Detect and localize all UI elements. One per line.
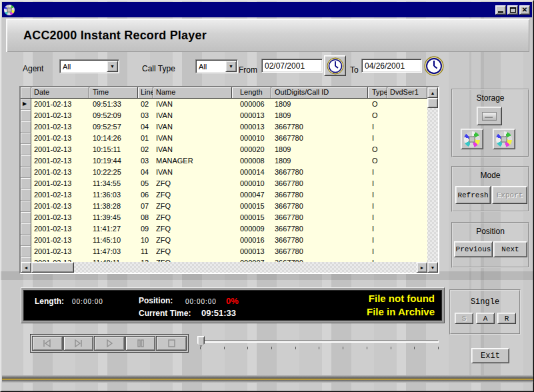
horizontal-scroll-thumb[interactable] (31, 262, 74, 273)
from-date-input[interactable]: 02/07/2001 (261, 59, 323, 73)
row-selector[interactable] (21, 235, 31, 246)
slider-thumb[interactable] (197, 336, 205, 347)
to-date-input[interactable]: 04/26/2001 (361, 59, 422, 73)
scroll-down-icon[interactable]: ▼ (427, 262, 438, 273)
row-selector[interactable] (21, 189, 31, 201)
row-selector[interactable] (21, 257, 31, 262)
titlebar[interactable]: ✕ (2, 2, 532, 17)
row-selector[interactable] (21, 246, 31, 257)
current-row-indicator[interactable]: ▶ (21, 99, 31, 110)
previous-track-button[interactable] (32, 336, 63, 351)
row-selector[interactable] (21, 155, 31, 167)
column-header-time[interactable]: Time (89, 87, 138, 99)
table-row[interactable]: 2001-02-1310:19:4403MANAGER0000081809O (21, 155, 427, 167)
single-s-button[interactable]: S (455, 313, 473, 324)
table-row[interactable]: 2001-02-1311:39:4508ZFQ0000153667780I (21, 212, 427, 223)
cell (387, 223, 427, 235)
stop-button[interactable] (156, 336, 187, 351)
table-row[interactable]: 2001-02-1309:52:0903IVAN0000131809O (21, 110, 427, 121)
row-selector[interactable] (21, 178, 31, 189)
cell: 3667780 (271, 133, 368, 144)
close-button[interactable]: ✕ (519, 5, 530, 15)
scroll-up-icon[interactable]: ▲ (427, 87, 438, 98)
column-header-outdigits-call-id[interactable]: OutDigits/Call ID (271, 87, 368, 99)
horizontal-scroll-track[interactable] (74, 262, 417, 273)
cell: 000007 (232, 257, 271, 262)
slider-track[interactable] (200, 340, 439, 343)
row-selector[interactable] (21, 223, 31, 235)
cell: 07 (138, 201, 153, 212)
horizontal-scrollbar[interactable]: ◄ ► (21, 262, 427, 273)
next-button[interactable]: Next (493, 241, 527, 257)
cell: 10 (138, 235, 153, 246)
cell: 000008 (232, 155, 271, 167)
maximize-button[interactable] (507, 5, 518, 15)
row-selector[interactable] (21, 110, 31, 121)
call-type-combo[interactable]: All ▼ (195, 59, 238, 73)
single-a-button[interactable]: A (476, 313, 495, 324)
row-selector[interactable] (21, 121, 31, 133)
single-r-button[interactable]: R (497, 313, 516, 324)
table-row[interactable]: 2001-02-1311:45:1010ZFQ0000163667780I (21, 235, 427, 246)
storage-cd1-button[interactable] (461, 129, 483, 149)
stop-icon (165, 339, 178, 348)
mode-panel: Mode Refresh Export (451, 166, 529, 212)
table-row[interactable]: 2001-02-1311:41:2709ZFQ0000093667780I (21, 223, 427, 235)
column-header-name[interactable]: Name (153, 87, 232, 99)
seek-slider[interactable] (196, 335, 441, 350)
column-header-type[interactable]: Type (368, 87, 387, 99)
column-header-line[interactable]: Line (138, 87, 153, 99)
row-selector[interactable] (21, 144, 31, 155)
vertical-scroll-thumb[interactable] (427, 98, 438, 108)
cell: 09:52:57 (89, 121, 138, 133)
from-calendar-button[interactable] (324, 55, 346, 76)
pause-button[interactable] (125, 336, 156, 351)
to-clock-button[interactable] (423, 55, 445, 77)
table-row[interactable]: 2001-02-1310:14:2601IVAN0000103667780I (21, 133, 427, 144)
table-row[interactable]: 2001-02-1311:48:1112ZFQ0000073667780I (21, 257, 427, 262)
row-selector[interactable] (21, 201, 31, 212)
cell: I (368, 223, 387, 235)
chevron-down-icon[interactable]: ▼ (107, 61, 118, 72)
column-header-dvdser1[interactable]: DvdSer1 (387, 87, 427, 99)
minimize-button[interactable] (495, 5, 506, 15)
play-button[interactable] (94, 336, 125, 351)
storage-cd2-button[interactable] (493, 129, 515, 149)
column-header-date[interactable]: Date (31, 87, 89, 99)
cell: O (368, 155, 387, 167)
tick-mark (367, 347, 367, 349)
page-title: ACC2000 Instant Record Player (23, 29, 207, 43)
export-button[interactable]: Export (492, 186, 527, 204)
previous-button[interactable]: Previous (454, 241, 493, 257)
row-selector[interactable] (21, 212, 31, 223)
table-row[interactable]: 2001-02-1310:22:2504IVAN0000143667780I (21, 167, 427, 178)
cell: 2001-02-13 (31, 110, 89, 121)
scroll-right-icon[interactable]: ► (417, 262, 427, 273)
table-row[interactable]: 2001-02-1310:15:1102IVAN0000201809O (21, 144, 427, 155)
vertical-scroll-track[interactable] (427, 108, 438, 262)
row-selector[interactable] (21, 167, 31, 178)
cell: 10:19:44 (89, 155, 138, 167)
cell: 09:51:33 (89, 99, 138, 110)
scroll-left-icon[interactable]: ◄ (21, 262, 31, 273)
table-row[interactable]: 2001-02-1311:34:5505ZFQ0000103667780I (21, 178, 427, 189)
next-track-button[interactable] (63, 336, 94, 351)
row-selector[interactable] (21, 133, 31, 144)
table-row[interactable]: 2001-02-1311:47:0311ZFQ0000133667780I (21, 246, 427, 257)
refresh-button[interactable]: Refresh (455, 186, 491, 204)
agent-combo[interactable]: All ▼ (59, 59, 119, 73)
exit-button[interactable]: Exit (471, 348, 509, 363)
table-row[interactable]: 2001-02-1311:36:0306ZFQ0000473667780I (21, 189, 427, 201)
previous-track-icon (41, 339, 54, 348)
cell: 000006 (232, 99, 271, 110)
table-row[interactable]: 2001-02-1309:52:5704IVAN0000133667780I (21, 121, 427, 133)
column-header-length[interactable]: Length (232, 87, 271, 99)
position-label: Position: (139, 296, 173, 305)
storage-drive-button[interactable] (477, 107, 502, 125)
table-row[interactable]: ▶2001-02-1309:51:3302IVAN0000061809O (21, 99, 427, 110)
table-row[interactable]: 2001-02-1311:38:2807ZFQ0000153667780I (21, 201, 427, 212)
pause-icon (134, 339, 147, 348)
vertical-scrollbar[interactable]: ▲ ▼ (427, 87, 438, 273)
chevron-down-icon[interactable]: ▼ (225, 61, 237, 72)
cd-icon (496, 131, 512, 147)
